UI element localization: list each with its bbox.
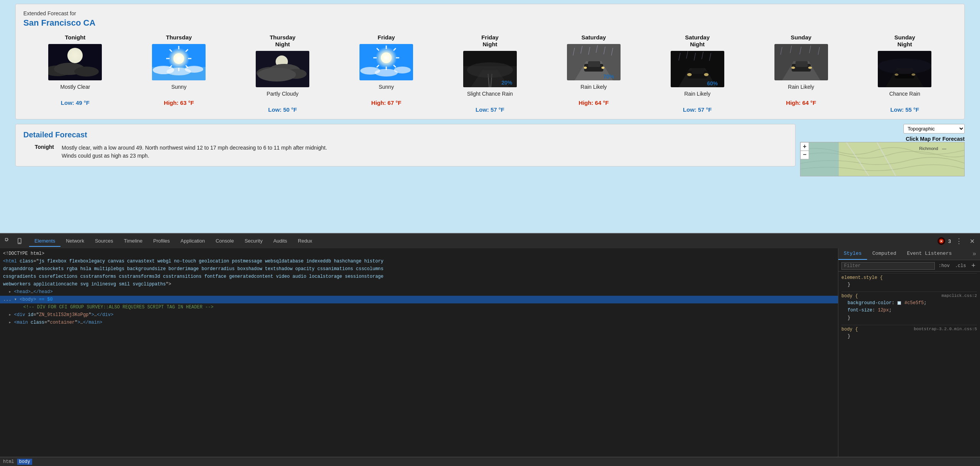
forecast-day-0: Tonight [44, 34, 106, 106]
detailed-forecast-title: Detailed Forecast [23, 130, 787, 139]
svg-point-65 [687, 73, 692, 76]
temp-7: High: 64 °F [786, 99, 816, 106]
forecast-day-7: Sunday [771, 34, 832, 106]
svg-text:70%: 70% [603, 73, 614, 80]
forecast-day-2: ThursdayNight Partly Cloudy Low: 50 °F [252, 34, 313, 113]
day-label-3: Friday [378, 34, 395, 41]
condition-3: Sunny [379, 83, 394, 97]
weather-img-5: 70% [567, 44, 621, 80]
svg-point-88 [895, 73, 898, 76]
day-label-1: Thursday [166, 34, 192, 41]
condition-2: Partly Cloudy [267, 90, 299, 104]
weather-img-0 [48, 44, 102, 80]
svg-point-1 [67, 48, 83, 63]
map-panel: Topographic Satellite Radar Click Map Fo… [800, 124, 965, 176]
forecast-days-row: Tonight [23, 34, 957, 113]
svg-text:20%: 20% [501, 80, 513, 86]
day-label-5: Saturday [581, 34, 606, 41]
extended-forecast-card: Extended Forecast for San Francisco CA T… [15, 4, 965, 119]
svg-point-4 [74, 67, 99, 77]
condition-0: Mostly Clear [60, 83, 90, 97]
weather-img-1 [152, 44, 206, 80]
svg-text:Richmond: Richmond [919, 146, 938, 151]
temp-0: Low: 49 °F [61, 99, 90, 106]
svg-point-89 [878, 59, 931, 74]
svg-point-87 [911, 73, 915, 76]
weather-img-4: 20% [463, 51, 517, 87]
weather-img-2 [256, 51, 309, 87]
forecast-desc-0: Mostly clear, with a low around 49. Nort… [62, 144, 327, 160]
detailed-section: Detailed Forecast Tonight Mostly clear, … [15, 124, 965, 176]
detailed-forecast-card: Detailed Forecast Tonight Mostly clear, … [15, 124, 795, 166]
temp-8: Low: 55 °F [890, 106, 919, 113]
day-label-4: FridayNight [481, 34, 498, 48]
forecast-day-6: SaturdayNight [667, 34, 728, 113]
condition-6: Rain Likely [684, 90, 710, 104]
day-label-2: ThursdayNight [270, 34, 296, 48]
temp-1: High: 63 °F [164, 99, 194, 106]
weather-img-7 [774, 44, 828, 80]
temp-2: Low: 50 °F [268, 106, 297, 113]
map-container[interactable]: + − Richmond — + − [800, 142, 965, 176]
map-controls: Topographic Satellite Radar [800, 124, 965, 134]
condition-7: Rain Likely [788, 83, 814, 97]
svg-point-45 [467, 62, 513, 78]
city-name: San Francisco CA [23, 18, 957, 28]
forecast-row-0: Tonight Mostly clear, with a low around … [23, 144, 787, 160]
forecast-day-8: SundayNight Chance Rai [874, 34, 935, 113]
temp-5: High: 64 °F [579, 99, 609, 106]
svg-point-64 [704, 73, 709, 76]
map-type-select[interactable]: Topographic Satellite Radar [903, 124, 965, 134]
weather-img-3 [359, 44, 413, 80]
svg-point-19 [185, 66, 203, 73]
svg-point-51 [601, 67, 604, 69]
forecast-day-4: FridayNight 20% Slight [459, 34, 521, 113]
temp-6: Low: 57 °F [683, 106, 712, 113]
condition-5: Rain Likely [581, 83, 607, 97]
weather-img-6: 60% [671, 51, 724, 87]
condition-4: Slight Chance Rain [467, 90, 513, 104]
svg-rect-50 [588, 61, 600, 67]
day-label-7: Sunday [791, 34, 811, 41]
day-label-6: SaturdayNight [685, 34, 710, 48]
svg-point-25 [258, 68, 296, 81]
forecast-day-5: Saturday [563, 34, 624, 106]
extended-forecast-title: Extended Forecast for [23, 10, 957, 16]
day-label-0: Tonight [65, 34, 86, 41]
click-map-label: Click Map For Forecast [800, 136, 965, 142]
svg-text:60%: 60% [707, 80, 718, 86]
weather-img-8 [878, 51, 931, 87]
temp-4: Low: 57 °F [475, 106, 504, 113]
svg-point-77 [791, 67, 795, 69]
svg-text:+: + [803, 143, 806, 150]
day-label-8: SundayNight [894, 34, 915, 48]
forecast-day-3: Friday [356, 34, 417, 106]
svg-point-76 [808, 67, 812, 69]
svg-rect-63 [692, 68, 704, 74]
svg-rect-75 [795, 61, 808, 67]
forecast-day-1: Thursday [148, 34, 209, 106]
svg-text:—: — [942, 146, 946, 151]
condition-1: Sunny [171, 83, 186, 97]
forecast-period-0: Tonight [23, 144, 54, 160]
svg-point-52 [584, 67, 587, 69]
main-content: Extended Forecast for San Francisco CA T… [0, 0, 980, 233]
temp-3: High: 67 °F [371, 99, 402, 106]
svg-text:−: − [803, 151, 806, 158]
condition-8: Chance Rain [889, 90, 920, 104]
svg-point-39 [394, 67, 411, 73]
